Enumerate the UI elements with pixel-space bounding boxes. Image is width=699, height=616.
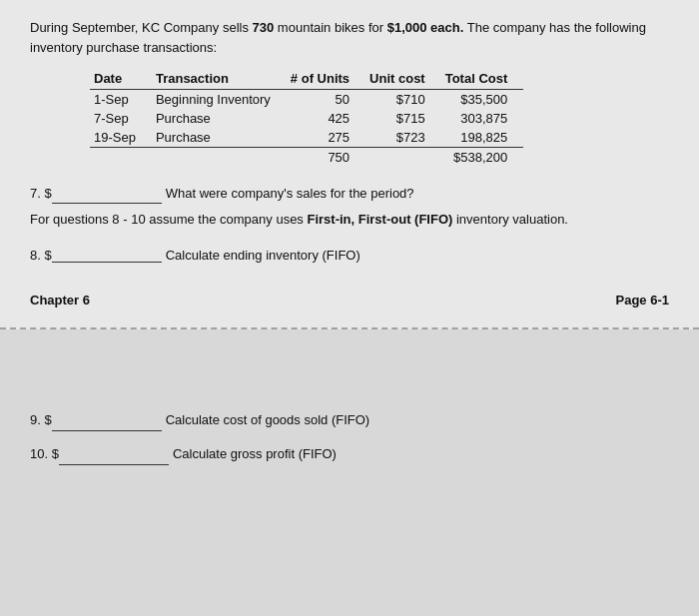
row2-units: 425	[287, 109, 365, 128]
fifo-suffix: inventory valuation.	[452, 212, 568, 227]
chapter-footer: Chapter 6 Page 6-1	[30, 293, 669, 308]
q9-prefix: 9. $	[30, 412, 52, 427]
page-label: Page 6-1	[616, 293, 669, 308]
row1-transaction: Beginning Inventory	[152, 90, 287, 110]
chapter-label: Chapter 6	[30, 293, 90, 308]
row3-unitcost: $723	[365, 128, 441, 148]
fifo-note: For questions 8 - 10 assume the company …	[30, 212, 669, 227]
table-row: 1-Sep Beginning Inventory 50 $710 $35,50…	[90, 90, 523, 110]
fifo-bold: First-in, First-out (FIFO)	[307, 212, 452, 227]
q8-answer-line[interactable]	[52, 247, 162, 263]
question-8: 8. $ Calculate ending inventory (FIFO)	[30, 247, 669, 263]
intro-paragraph: During September, KC Company sells 730 m…	[30, 18, 669, 57]
total-empty-2	[152, 148, 287, 168]
col-header-totalcost: Total Cost	[441, 69, 524, 90]
question-9: 9. $ Calculate cost of goods sold (FIFO)…	[30, 407, 669, 466]
q10-prefix: 10. $	[30, 446, 59, 461]
q8-text: Calculate ending inventory (FIFO)	[166, 248, 360, 263]
row2-transaction: Purchase	[152, 109, 287, 128]
row3-transaction: Purchase	[152, 128, 287, 148]
q9-answer-line[interactable]	[52, 407, 162, 431]
q7-answer-line[interactable]	[52, 183, 162, 204]
table-row: 19-Sep Purchase 275 $723 198,825	[90, 128, 523, 148]
row2-date: 7-Sep	[90, 109, 152, 128]
q7-text: What were company's sales for the period…	[166, 186, 414, 201]
q8-prefix: 8. $	[30, 248, 52, 263]
col-header-unitcost: Unit cost	[365, 69, 441, 90]
row1-unitcost: $710	[365, 90, 441, 110]
page-bottom: 9. $ Calculate cost of goods sold (FIFO)…	[0, 329, 699, 617]
row3-units: 275	[287, 128, 365, 148]
units-bold: 730	[253, 20, 275, 35]
col-header-units: # of Units	[287, 69, 365, 90]
q9-text: Calculate cost of goods sold (FIFO)	[166, 412, 369, 427]
page-container: During September, KC Company sells 730 m…	[0, 0, 699, 616]
table-row: 7-Sep Purchase 425 $715 303,875	[90, 109, 523, 128]
total-empty-1	[90, 148, 152, 168]
q7-prefix: 7. $	[30, 186, 52, 201]
inventory-table: Date Transaction # of Units Unit cost To…	[90, 69, 669, 167]
row2-unitcost: $715	[365, 109, 441, 128]
col-header-date: Date	[90, 69, 152, 90]
page-top: During September, KC Company sells 730 m…	[0, 0, 699, 329]
total-row: 750 $538,200	[90, 148, 523, 168]
total-cost: $538,200	[441, 148, 524, 168]
price-bold: $1,000 each.	[387, 20, 464, 35]
row1-units: 50	[287, 90, 365, 110]
q10-answer-line[interactable]	[59, 441, 169, 465]
col-header-transaction: Transaction	[152, 69, 287, 90]
row3-totalcost: 198,825	[441, 128, 524, 148]
row1-date: 1-Sep	[90, 90, 152, 110]
row2-totalcost: 303,875	[441, 109, 524, 128]
fifo-prefix: For questions 8 - 10 assume the company …	[30, 212, 307, 227]
row1-totalcost: $35,500	[441, 90, 524, 110]
q10-text: Calculate gross profit (FIFO)	[173, 446, 337, 461]
question-7: 7. $ What were company's sales for the p…	[30, 183, 669, 204]
row3-date: 19-Sep	[90, 128, 152, 148]
total-empty-3	[365, 148, 441, 168]
total-units: 750	[287, 148, 365, 168]
